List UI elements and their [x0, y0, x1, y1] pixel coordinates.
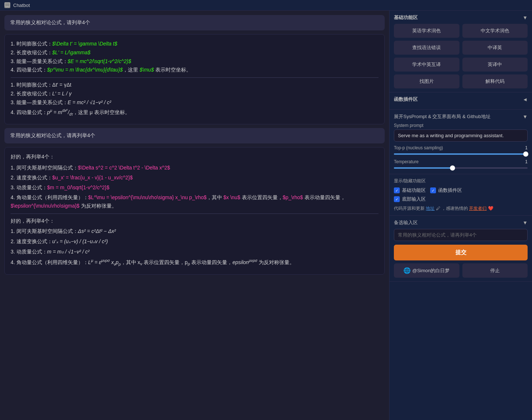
- temperature-row: Temperature 1: [394, 159, 528, 164]
- app-title: Chatbot: [13, 3, 30, 8]
- user-message-2: 常用的狭义相对论公式，请再列举4个: [4, 128, 385, 143]
- btn-chinese-academic[interactable]: 中文学术润色: [462, 24, 528, 38]
- backup-input-title: 备选输入区: [394, 219, 418, 226]
- thanks-separator: ，感谢热情的: [442, 206, 468, 211]
- bottom-buttons: 🌐 @Simon的白日梦 停止: [394, 263, 528, 278]
- thanks-text: 🖊: [436, 206, 440, 211]
- checkbox-row-2: ✓ 底部输入区: [394, 196, 528, 202]
- btn-en-to-zh[interactable]: 英译中: [462, 58, 528, 72]
- raw-formulas-1: 1. 时间膨胀公式：$\Delta t' = \gamma \Delta t$ …: [11, 40, 378, 74]
- backup-input-field[interactable]: [394, 229, 528, 241]
- plugin-area-header: 函数插件区 ◄: [394, 96, 528, 103]
- checkbox-plugin[interactable]: ✓ 函数插件区: [430, 187, 462, 194]
- basic-functions-section: 基础功能区 ▼ 英语学术润色 中文学术润色 查找语法错误 中译英 学术中英互译 …: [389, 11, 532, 92]
- submit-button[interactable]: 提交: [394, 245, 528, 260]
- chatbot-icon: [4, 2, 10, 8]
- plugin-area-section: 函数插件区 ◄: [389, 92, 532, 110]
- rendered-formulas-2: 1. 闵可夫斯基时空间隔公式：Δs² = c²Δt² − Δx² 2. 速度变换…: [11, 227, 378, 268]
- heart-icon: ❤️: [488, 206, 494, 211]
- temperature-slider-track[interactable]: [394, 167, 528, 169]
- basic-functions-title: 基础功能区: [394, 14, 418, 21]
- top-p-row: Top-p (nucleus sampling) 1: [394, 145, 528, 150]
- basic-functions-grid: 英语学术润色 中文学术润色 查找语法错误 中译英 学术中英互译 英译中 找图片 …: [394, 24, 528, 88]
- sysprompt-header: 展开SysPrompt & 交互界面布局 & Github地址 ▼: [394, 113, 528, 120]
- reset-button[interactable]: 🌐 @Simon的白日梦: [394, 263, 459, 278]
- top-p-label: Top-p (nucleus sampling): [394, 145, 517, 150]
- user-message-1: 常用的狭义相对论公式，请列举4个: [4, 15, 385, 30]
- sysprompt-title: 展开SysPrompt & 交互界面布局 & Github地址: [394, 113, 491, 120]
- btn-find-grammar[interactable]: 查找语法错误: [394, 41, 459, 55]
- top-p-value: 1: [520, 145, 528, 150]
- checkbox-plugin-label: 函数插件区: [438, 187, 462, 194]
- checkbox-basic-box[interactable]: ✓: [394, 187, 400, 193]
- assistant-message-1: 1. 时间膨胀公式：$\Delta t' = \gamma \Delta t$ …: [4, 34, 385, 124]
- contributors-link[interactable]: 开发者们: [469, 206, 487, 211]
- temperature-value: 1: [520, 159, 528, 164]
- link-row: 代码开源和更新 地址 🖊 ，感谢热情的 开发者们 ❤️: [394, 205, 528, 212]
- btn-academic-bilingual[interactable]: 学术中英互译: [394, 58, 459, 72]
- rendered-formulas-1: 1. 时间膨胀公式：Δt′ = γΔt 2. 长度收缩公式：L′ = L / γ…: [11, 81, 378, 117]
- reset-label: @Simon的白日梦: [412, 267, 450, 274]
- checkbox-plugin-box[interactable]: ✓: [430, 187, 436, 193]
- checkbox-bottom-box[interactable]: ✓: [394, 196, 400, 202]
- checkbox-basic-label: 基础功能区: [402, 187, 426, 194]
- system-prompt-value[interactable]: Serve me as a writing and programming as…: [394, 129, 528, 142]
- btn-zh-to-en[interactable]: 中译英: [462, 41, 528, 55]
- checkbox-bottom-label: 底部输入区: [402, 196, 426, 202]
- link-anchor[interactable]: 地址: [426, 206, 435, 211]
- chat-area: 常用的狭义相对论公式，请列举4个 1. 时间膨胀公式：$\Delta t' = …: [0, 11, 389, 420]
- checkbox-row-1: ✓ 基础功能区 ✓ 函数插件区: [394, 187, 528, 194]
- top-p-slider-track[interactable]: [394, 153, 528, 155]
- sysprompt-arrow[interactable]: ▼: [522, 114, 528, 120]
- sidebar: 基础功能区 ▼ 英语学术润色 中文学术润色 查找语法错误 中译英 学术中英互译 …: [389, 11, 532, 420]
- checkbox-basic[interactable]: ✓ 基础功能区: [394, 187, 426, 194]
- basic-functions-arrow[interactable]: ▼: [522, 15, 528, 21]
- plugin-area-title: 函数插件区: [394, 96, 418, 103]
- show-hide-section: 显示/隐藏功能区 ✓ 基础功能区 ✓ 函数插件区 ✓ 底部输入区 代码开源和更新: [389, 174, 532, 216]
- top-bar: Chatbot: [0, 0, 532, 11]
- temperature-label: Temperature: [394, 159, 517, 164]
- backup-input-header: 备选输入区 ▼: [394, 219, 528, 226]
- sysprompt-section: 展开SysPrompt & 交互界面布局 & Github地址 ▼ System…: [389, 110, 532, 174]
- assistant-message-2: 好的，再列举4个： 1. 闵可夫斯基时空间隔公式：$\Delta s^2 = c…: [4, 147, 385, 274]
- btn-find-image[interactable]: 找图片: [394, 74, 459, 88]
- checkbox-bottom[interactable]: ✓ 底部输入区: [394, 196, 426, 202]
- basic-functions-header: 基础功能区 ▼: [394, 14, 528, 21]
- system-prompt-label: System prompt: [394, 123, 528, 128]
- main-layout: 常用的狭义相对论公式，请列举4个 1. 时间膨胀公式：$\Delta t' = …: [0, 11, 532, 420]
- code-open-text: 代码开源和更新: [394, 206, 425, 211]
- stop-label: 停止: [490, 267, 500, 274]
- btn-english-academic[interactable]: 英语学术润色: [394, 24, 459, 38]
- btn-explain-code[interactable]: 解释代码: [462, 74, 528, 88]
- show-hide-label: 显示/隐藏功能区: [394, 178, 528, 184]
- backup-input-section: 备选输入区 ▼ 提交 🌐 @Simon的白日梦 停止: [389, 216, 532, 282]
- raw-formulas-2: 1. 闵可夫斯基时空间隔公式：$\Delta s^2 = c^2 \Delta …: [11, 164, 378, 211]
- assistant-intro: 好的，再列举4个：: [11, 153, 378, 161]
- weibo-icon: 🌐: [403, 267, 411, 274]
- plugin-area-arrow[interactable]: ◄: [522, 96, 528, 102]
- stop-button[interactable]: 停止: [462, 263, 528, 278]
- backup-input-arrow[interactable]: ▼: [522, 220, 528, 226]
